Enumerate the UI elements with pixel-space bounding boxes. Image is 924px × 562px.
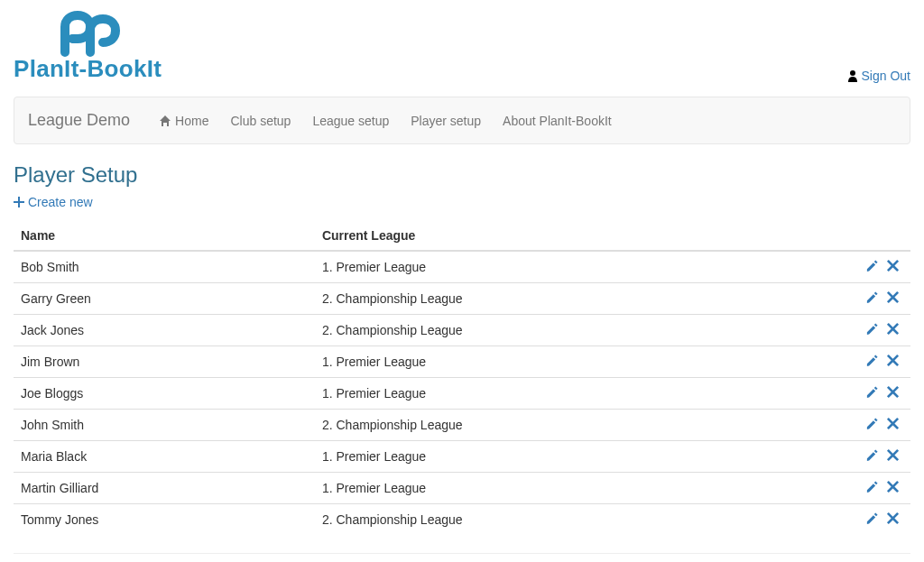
cell-league: 2. Championship League [315, 504, 820, 536]
table-row: Jim Brown1. Premier League [14, 346, 910, 378]
cross-icon [886, 448, 900, 462]
delete-button[interactable] [882, 385, 903, 401]
cell-league: 2. Championship League [315, 315, 820, 346]
table-row: Jack Jones2. Championship League [14, 315, 910, 346]
cell-name: Jim Brown [14, 346, 315, 378]
cell-name: Tommy Jones [14, 504, 315, 536]
cross-icon [886, 322, 900, 336]
logo-text: PlanIt-BookIt [14, 55, 162, 83]
edit-button[interactable] [862, 385, 882, 401]
delete-button[interactable] [882, 448, 903, 465]
delete-button[interactable] [882, 354, 903, 370]
pencil-icon [865, 448, 879, 462]
players-table: Name Current League Bob Smith1. Premier … [14, 221, 910, 535]
svg-marker-4 [887, 291, 899, 303]
delete-button[interactable] [882, 511, 903, 528]
table-row: Joe Bloggs1. Premier League [14, 378, 910, 410]
edit-button[interactable] [862, 322, 882, 338]
create-new-label: Create new [28, 195, 93, 209]
nav-item-about-planit-bookit[interactable]: About PlanIt-BookIt [492, 100, 623, 142]
col-name: Name [14, 221, 315, 251]
cross-icon [886, 480, 900, 493]
svg-marker-3 [887, 260, 899, 272]
pencil-icon [865, 259, 879, 272]
logo-icon [47, 9, 128, 59]
cell-league: 2. Championship League [315, 410, 820, 441]
cell-league: 2. Championship League [315, 283, 820, 315]
pencil-icon [865, 417, 879, 430]
edit-button[interactable] [862, 259, 882, 275]
delete-button[interactable] [882, 417, 903, 433]
nav-item-player-setup[interactable]: Player setup [400, 100, 492, 142]
svg-point-0 [850, 70, 855, 76]
edit-button[interactable] [862, 417, 882, 433]
cell-name: Garry Green [14, 283, 315, 315]
cell-league: 1. Premier League [315, 346, 820, 378]
svg-marker-11 [887, 512, 899, 524]
delete-button[interactable] [882, 259, 903, 275]
navbar: League Demo HomeClub setupLeague setupPl… [14, 97, 910, 144]
svg-marker-5 [887, 323, 899, 335]
cell-actions [820, 315, 910, 346]
cell-name: Martin Gilliard [14, 473, 315, 504]
delete-button[interactable] [882, 480, 903, 496]
cross-icon [886, 354, 900, 367]
cell-actions [820, 378, 910, 410]
cell-name: Bob Smith [14, 251, 315, 283]
cross-icon [886, 259, 900, 272]
edit-button[interactable] [862, 290, 882, 307]
cell-name: Joe Bloggs [14, 378, 315, 410]
pencil-icon [865, 322, 879, 336]
delete-button[interactable] [882, 322, 903, 338]
cell-league: 1. Premier League [315, 441, 820, 473]
pencil-icon [865, 511, 879, 525]
cell-name: John Smith [14, 410, 315, 441]
cross-icon [886, 417, 900, 430]
svg-marker-9 [887, 449, 899, 461]
table-row: John Smith2. Championship League [14, 410, 910, 441]
sign-out-label: Sign Out [862, 69, 910, 83]
cell-actions [820, 410, 910, 441]
cell-actions [820, 504, 910, 536]
table-row: Bob Smith1. Premier League [14, 251, 910, 283]
pencil-icon [865, 385, 879, 399]
nav-label: League setup [312, 114, 389, 128]
cross-icon [886, 385, 900, 399]
edit-button[interactable] [862, 448, 882, 465]
cell-actions [820, 251, 910, 283]
svg-rect-2 [14, 201, 24, 203]
cell-league: 1. Premier League [315, 473, 820, 504]
nav-label: Club setup [230, 114, 291, 128]
svg-marker-7 [887, 386, 899, 398]
user-icon [847, 69, 858, 82]
nav-item-league-setup[interactable]: League setup [301, 100, 400, 142]
edit-button[interactable] [862, 354, 882, 370]
navbar-brand: League Demo [28, 97, 143, 143]
page-title: Player Setup [14, 162, 910, 188]
nav-label: About PlanIt-BookIt [503, 114, 612, 128]
edit-button[interactable] [862, 480, 882, 496]
create-new-link[interactable]: Create new [14, 195, 93, 209]
table-row: Martin Gilliard1. Premier League [14, 473, 910, 504]
table-row: Maria Black1. Premier League [14, 441, 910, 473]
table-row: Tommy Jones2. Championship League [14, 504, 910, 536]
nav-item-club-setup[interactable]: Club setup [219, 100, 301, 142]
svg-marker-6 [887, 355, 899, 366]
table-row: Garry Green2. Championship League [14, 283, 910, 315]
plus-icon [14, 197, 24, 207]
logo[interactable]: PlanIt-BookIt [14, 9, 162, 83]
pencil-icon [865, 480, 879, 493]
pencil-icon [865, 354, 879, 367]
svg-marker-10 [887, 481, 899, 493]
delete-button[interactable] [882, 290, 903, 307]
cell-actions [820, 346, 910, 378]
edit-button[interactable] [862, 511, 882, 528]
footer-divider [14, 553, 910, 554]
nav-item-home[interactable]: Home [148, 100, 219, 142]
sign-out-link[interactable]: Sign Out [847, 69, 910, 83]
cell-actions [820, 441, 910, 473]
cell-actions [820, 473, 910, 504]
cell-actions [820, 283, 910, 315]
home-icon [159, 115, 171, 127]
cross-icon [886, 511, 900, 525]
